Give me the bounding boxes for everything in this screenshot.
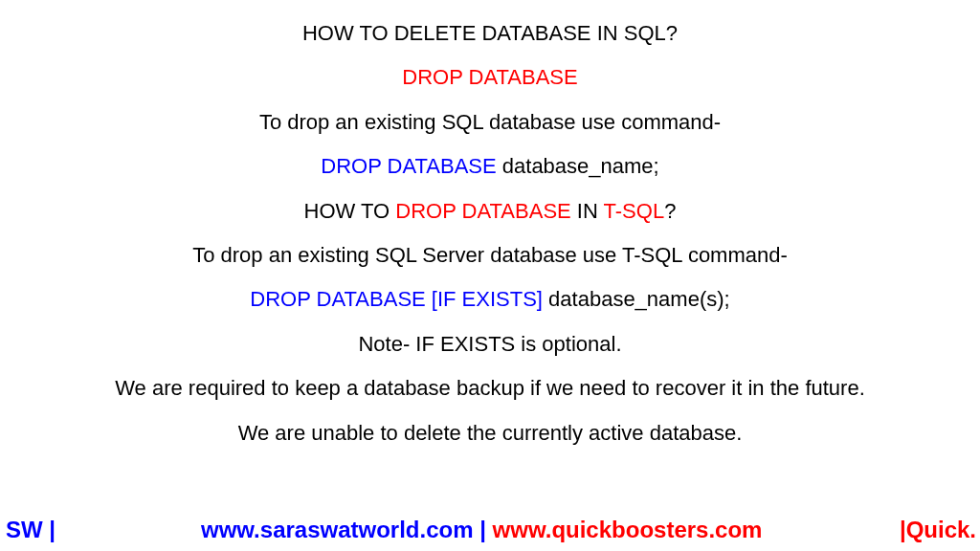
syntax-tsql: DROP DATABASE [IF EXISTS] database_name(…	[0, 287, 980, 312]
keyword: DROP DATABASE	[395, 199, 577, 223]
intro-tsql: To drop an existing SQL Server database …	[0, 243, 980, 268]
title: HOW TO DELETE DATABASE IN SQL?	[0, 21, 980, 46]
footer-left-brand: SW |	[6, 517, 56, 543]
text: HOW TO	[304, 199, 396, 223]
subtitle: DROP DATABASE	[0, 65, 980, 90]
active-db-note: We are unable to delete the currently ac…	[0, 421, 980, 446]
arg: database_name(s);	[548, 287, 730, 311]
footer-center: www.saraswatworld.com | www.quickbooster…	[201, 517, 762, 543]
footer-url1: www.saraswatworld.com	[201, 517, 474, 542]
heading-tsql: HOW TO DROP DATABASE IN T-SQL?	[0, 199, 980, 224]
backup-note: We are required to keep a database backu…	[0, 376, 980, 401]
intro-line: To drop an existing SQL database use com…	[0, 110, 980, 135]
text: IN	[577, 199, 604, 223]
footer-url2: www.quickboosters.com	[493, 517, 763, 542]
keyword: DROP DATABASE [IF EXISTS]	[250, 287, 548, 311]
footer-right-brand: |Quick.	[900, 517, 976, 543]
keyword: DROP DATABASE	[321, 154, 502, 178]
text: ?	[664, 199, 676, 223]
note: Note- IF EXISTS is optional.	[0, 332, 980, 357]
footer-sep: |	[474, 517, 493, 542]
arg: database_name;	[502, 154, 659, 178]
document-content: HOW TO DELETE DATABASE IN SQL? DROP DATA…	[0, 0, 980, 446]
syntax-sql: DROP DATABASE database_name;	[0, 154, 980, 179]
keyword: T-SQL	[604, 199, 665, 223]
